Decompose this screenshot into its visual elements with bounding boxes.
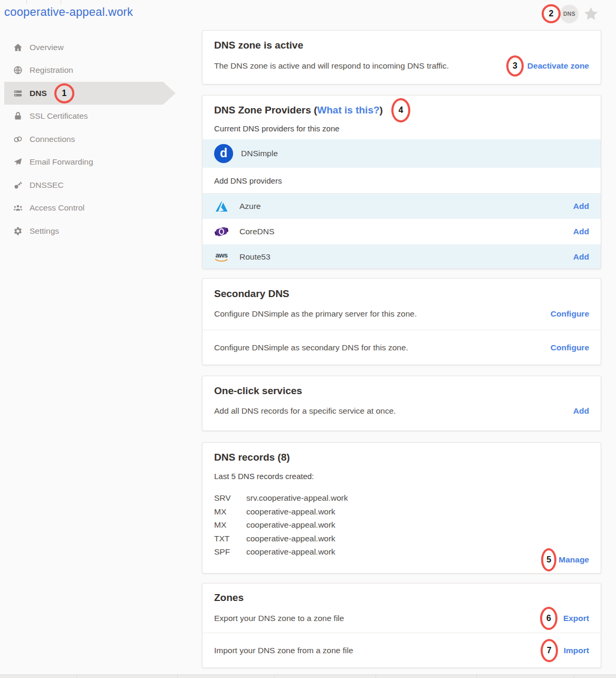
zones-card: Zones Export your DNS zone to a zone fil… [202,583,601,668]
card-title: DNS zone is active [214,39,589,52]
card-title: Secondary DNS [214,287,589,301]
record-type: SPF [214,545,246,559]
add-coredns-link[interactable]: Add [573,227,589,236]
card-title: DNS Zone Providers (What is this?)4 [214,103,589,117]
configure-secondary-link[interactable]: Configure [551,343,589,352]
add-providers-label: Add DNS providers [203,168,601,194]
record-row: SPF cooperative-appeal.work [214,545,589,559]
background-page-edge [0,674,616,678]
records-subtitle: Last 5 DNS records created: [214,472,589,481]
provider-row-azure: Azure Add [203,194,601,219]
sidebar: Overview Registration DNS 1 SSL Certific… [4,36,176,243]
dns-zone-active-card: DNS zone is active The DNS zone is activ… [202,30,601,84]
zone-active-description: The DNS zone is active and will respond … [214,61,449,71]
add-azure-link[interactable]: Add [573,202,589,211]
server-icon [13,89,23,98]
dns-records-card: DNS records (8) Last 5 DNS records creat… [202,442,601,574]
record-type: TXT [214,532,246,546]
sidebar-item-label: Email Forwarding [30,157,93,167]
current-provider-row: d DNSimple [203,139,601,168]
annotation-1: 1 [54,83,74,103]
link-icon [13,135,23,144]
secondary-dns-text: Configure DNSimple as secondary DNS for … [214,343,408,352]
add-route53-link[interactable]: Add [573,252,589,262]
one-click-description: Add all DNS records for a specific servi… [214,406,396,416]
record-row: MX cooperative-appeal.work [214,518,589,532]
dns-zone-badge: DNS [560,5,579,23]
sidebar-item-label: Connections [30,135,75,144]
globe-icon [13,65,23,75]
deactivate-zone-link[interactable]: Deactivate zone [527,61,589,71]
manage-records-link[interactable]: Manage [559,555,589,565]
header-actions: 2 DNS [542,4,599,23]
export-zone-link[interactable]: Export [563,614,589,623]
import-zone-link[interactable]: Import [564,646,589,655]
azure-logo [214,199,229,214]
import-zone-text: Import your DNS zone from a zone file [214,646,353,655]
sidebar-item-label: SSL Certificates [30,111,88,121]
sidebar-item-registration[interactable]: Registration [4,59,176,82]
record-type: MX [214,518,246,532]
annotation-7: 7 [541,639,558,662]
sidebar-item-connections[interactable]: Connections [4,128,176,151]
coredns-logo [214,224,229,239]
configure-primary-link[interactable]: Configure [551,309,589,319]
sidebar-item-label: Overview [30,43,64,52]
sidebar-item-label: Settings [30,226,59,236]
sidebar-item-settings[interactable]: Settings [4,219,176,243]
record-name: cooperative-appeal.work [246,518,335,532]
sidebar-item-label: Registration [30,65,73,75]
lock-icon [13,111,23,121]
card-title: DNS records (8) [214,451,589,464]
sidebar-item-dnssec[interactable]: DNSSEC [4,174,176,197]
gear-icon [13,226,23,236]
record-row: MX cooperative-appeal.work [214,505,589,519]
key-icon [13,180,23,190]
sidebar-item-email-forwarding[interactable]: Email Forwarding [4,151,176,174]
users-icon [13,203,23,213]
dns-zone-providers-card: DNS Zone Providers (What is this?)4 Curr… [202,95,601,269]
annotation-2: 2 [542,4,561,23]
record-name: cooperative-appeal.work [246,532,335,546]
record-type: MX [214,505,246,519]
page-title: cooperative-appeal.work [4,5,133,19]
available-providers-list: Azure Add CoreDNS Add aws Route53 Add [203,194,601,269]
record-name: srv.cooperative-appeal.work [246,491,348,505]
provider-name: DNSimple [241,149,278,158]
add-service-link[interactable]: Add [573,406,589,416]
sidebar-item-overview[interactable]: Overview [4,36,176,59]
annotation-5: 5 [541,548,556,571]
dnsimple-logo: d [214,144,233,163]
provider-row-coredns: CoreDNS Add [203,219,601,244]
card-title: One-click services [214,384,589,398]
sidebar-item-ssl-certificates[interactable]: SSL Certificates [4,105,176,128]
record-name: cooperative-appeal.work [246,505,335,519]
sidebar-item-label: DNS [30,89,47,98]
annotation-6: 6 [540,607,557,630]
records-list: SRV srv.cooperative-appeal.work MX coope… [214,491,589,559]
aws-wordmark: aws [215,252,227,259]
background-grid-tick [26,0,27,4]
what-is-this-link[interactable]: What is this? [317,103,379,117]
record-row: TXT cooperative-appeal.work [214,532,589,546]
record-type: SRV [214,491,246,505]
record-name: cooperative-appeal.work [246,545,335,559]
provider-row-route53: aws Route53 Add [203,244,601,269]
providers-title-prefix: DNS Zone Providers ( [214,103,317,117]
providers-title-suffix: ) [380,103,383,117]
sidebar-item-dns[interactable]: DNS 1 [4,82,176,105]
record-row: SRV srv.cooperative-appeal.work [214,491,589,505]
favorite-star-icon[interactable] [583,6,599,22]
card-title: Zones [214,591,589,605]
secondary-dns-card: Secondary DNS Configure DNSimple as the … [202,278,601,365]
primary-server-text: Configure DNSimple as the primary server… [214,309,417,319]
provider-name: Azure [239,202,261,211]
sidebar-item-access-control[interactable]: Access Control [4,197,176,220]
home-icon [13,43,23,52]
domain-dns-page: cooperative-appeal.work 2 DNS Overview R… [0,0,616,678]
provider-name: CoreDNS [239,227,274,236]
one-click-services-card: One-click services Add all DNS records f… [202,376,601,431]
background-grid-tick [61,0,61,4]
export-zone-text: Export your DNS zone to a zone file [214,614,344,623]
route53-aws-logo: aws [214,250,229,264]
